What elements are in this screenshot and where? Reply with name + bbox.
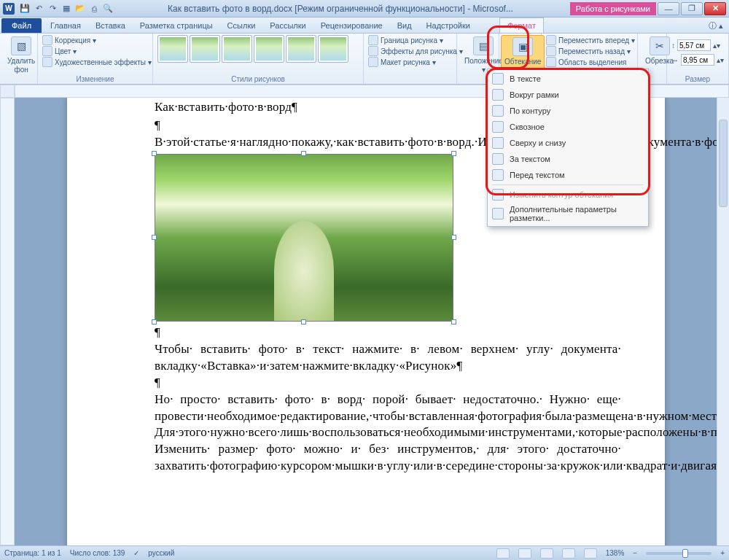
style-thumb[interactable] <box>254 35 284 63</box>
view-draft[interactable] <box>584 548 597 559</box>
wrap-front[interactable]: Перед текстом <box>489 167 647 183</box>
status-page[interactable]: Страница: 1 из 1 <box>4 549 61 557</box>
quick-access-toolbar: 💾 ↶ ↷ ▦ 📂 ⎙ 🔍 <box>19 3 114 15</box>
zoom-slider[interactable] <box>646 552 712 555</box>
resize-handle[interactable] <box>301 319 306 324</box>
tab-format[interactable]: Формат <box>499 18 544 33</box>
artistic-effects-button[interactable]: Художественные эффекты ▾ <box>42 57 152 67</box>
style-thumb[interactable] <box>190 35 220 63</box>
resize-handle[interactable] <box>451 151 456 156</box>
resize-handle[interactable] <box>152 235 157 240</box>
wrap-square-icon <box>492 89 504 101</box>
edit-points-icon <box>492 189 504 201</box>
resize-handle[interactable] <box>451 319 456 324</box>
qat-new-icon[interactable]: ▦ <box>61 3 72 15</box>
tab-view[interactable]: Вид <box>390 18 419 33</box>
zoom-out-button[interactable]: − <box>633 549 637 557</box>
zoom-level[interactable]: 138% <box>606 549 625 557</box>
maximize-button[interactable]: ❐ <box>681 2 703 15</box>
view-web[interactable] <box>540 548 553 559</box>
view-print-layout[interactable] <box>496 548 510 559</box>
tab-file[interactable]: Файл <box>1 18 42 33</box>
selection-pane-button[interactable]: Область выделения <box>546 57 635 67</box>
height-field[interactable]: ↕ ▴▾ <box>671 39 720 51</box>
scrollbar-thumb[interactable] <box>719 120 728 207</box>
selection-icon <box>546 57 556 67</box>
menu-separator <box>492 184 644 185</box>
picture-effects-button[interactable]: Эффекты для рисунка ▾ <box>368 46 463 56</box>
height-input[interactable] <box>677 39 711 51</box>
border-icon <box>368 35 378 45</box>
style-thumb[interactable] <box>286 35 316 63</box>
layout-icon <box>368 57 378 67</box>
view-outline[interactable] <box>562 548 575 559</box>
style-thumb[interactable] <box>318 35 348 63</box>
wrap-tight[interactable]: По контуру <box>489 103 647 119</box>
wrap-square[interactable]: Вокруг рамки <box>489 87 647 103</box>
corrections-button[interactable]: Коррекция ▾ <box>42 35 152 45</box>
tab-addins[interactable]: Надстройки <box>419 18 477 33</box>
qat-open-icon[interactable]: 📂 <box>74 3 86 15</box>
status-bar: Страница: 1 из 1 Число слов: 139 ✓ русск… <box>0 545 729 560</box>
more-layout-options[interactable]: Дополнительные параметры разметки... <box>489 203 647 225</box>
picture-styles-gallery[interactable] <box>157 35 348 63</box>
doc-paragraph: Чтобы· вставить· фото· в· текст· нажмите… <box>155 341 621 375</box>
width-input[interactable] <box>681 54 714 66</box>
picture-border-button[interactable]: Граница рисунка ▾ <box>368 35 463 45</box>
picture-content <box>155 154 453 322</box>
status-language[interactable]: русский <box>148 549 174 557</box>
group-label-adjust: Изменение <box>38 75 152 83</box>
tab-references[interactable]: Ссылки <box>220 18 263 33</box>
zoom-thumb[interactable] <box>682 549 688 558</box>
resize-handle[interactable] <box>152 319 157 324</box>
artistic-icon <box>42 57 52 67</box>
resize-handle[interactable] <box>451 235 456 240</box>
close-button[interactable]: ✕ <box>704 2 726 15</box>
wrap-topbottom[interactable]: Сверху и снизу <box>489 135 647 151</box>
wrap-through[interactable]: Сквозное <box>489 119 647 135</box>
tab-mailings[interactable]: Рассылки <box>262 18 313 33</box>
wrap-behind[interactable]: За текстом <box>489 151 647 167</box>
wrap-inline-icon <box>492 73 504 85</box>
vertical-scrollbar[interactable] <box>717 98 729 545</box>
wrap-behind-icon <box>492 153 504 165</box>
qat-redo-icon[interactable]: ↷ <box>47 3 58 15</box>
title-bar: W 💾 ↶ ↷ ▦ 📂 ⎙ 🔍 Как вставить фото в ворд… <box>0 0 729 18</box>
wrap-topbottom-icon <box>492 137 504 149</box>
status-words[interactable]: Число слов: 139 <box>70 549 125 557</box>
color-button[interactable]: Цвет ▾ <box>42 46 152 56</box>
tab-home[interactable]: Главная <box>43 18 88 33</box>
view-reading[interactable] <box>518 548 531 559</box>
style-thumb[interactable] <box>157 35 188 63</box>
qat-save-icon[interactable]: 💾 <box>19 3 31 15</box>
tab-insert[interactable]: Вставка <box>88 18 133 33</box>
wrap-inline[interactable]: В тексте <box>489 71 647 87</box>
status-proofing-icon[interactable]: ✓ <box>133 549 139 557</box>
wrap-through-icon <box>492 121 504 133</box>
remove-background-button[interactable]: ▧ Удалить фон <box>4 35 38 75</box>
forward-icon <box>546 35 556 45</box>
tab-review[interactable]: Рецензирование <box>313 18 390 33</box>
resize-handle[interactable] <box>152 151 157 156</box>
doc-blank: ¶ <box>155 324 621 341</box>
resize-handle[interactable] <box>301 151 306 156</box>
app-icon: W <box>3 3 15 15</box>
doc-blank: ¶ <box>155 375 621 392</box>
qat-print-icon[interactable]: ⎙ <box>88 3 100 15</box>
contextual-tab-label: Работа с рисунками <box>570 2 656 15</box>
minimize-button[interactable]: — <box>658 2 679 15</box>
tab-page-layout[interactable]: Разметка страницы <box>133 18 220 33</box>
style-thumb[interactable] <box>222 35 252 63</box>
inserted-picture[interactable] <box>155 154 453 322</box>
picture-layout-button[interactable]: Макет рисунка ▾ <box>368 57 463 67</box>
send-backward-button[interactable]: Переместить назад ▾ <box>546 46 635 56</box>
qat-undo-icon[interactable]: ↶ <box>33 3 44 15</box>
vertical-ruler[interactable] <box>0 98 15 545</box>
bring-forward-button[interactable]: Переместить вперед ▾ <box>546 35 635 45</box>
wrap-text-icon: ▣ <box>512 37 533 56</box>
help-icon[interactable]: ⓘ ▴ <box>703 19 729 33</box>
qat-preview-icon[interactable]: 🔍 <box>102 3 114 15</box>
remove-bg-icon: ▧ <box>11 36 31 55</box>
zoom-in-button[interactable]: + <box>720 549 725 557</box>
width-field[interactable]: ↔ ▴▾ <box>671 54 724 66</box>
